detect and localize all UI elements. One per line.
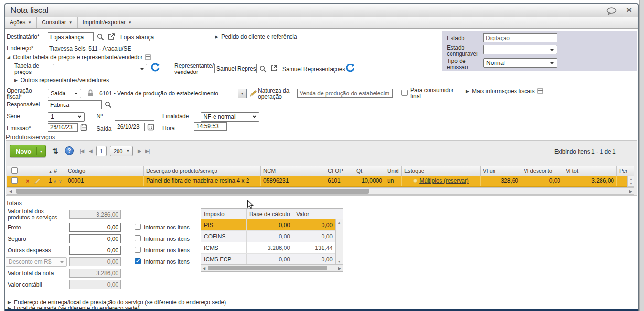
delete-row-icon[interactable]: ×	[26, 178, 30, 184]
estado-input[interactable]: Digitação	[483, 33, 557, 42]
scroll-left-icon[interactable]: ◀	[203, 266, 205, 270]
impostos-vertical-scrollbar[interactable]: ▲ ▼	[335, 219, 343, 265]
scroll-left-icon[interactable]: ◀	[9, 189, 12, 194]
consumidor-final-checkbox[interactable]	[401, 90, 408, 96]
serie-select[interactable]: 1	[48, 112, 85, 122]
col-cfop[interactable]: CFOP	[325, 166, 354, 176]
scrollbar-thumb[interactable]	[16, 189, 369, 194]
scroll-down-icon[interactable]: ▼	[628, 182, 634, 185]
saida-input[interactable]: 26/10/23	[115, 123, 145, 131]
representante-input[interactable]: Samuel Represe	[214, 64, 257, 73]
hora-label: Hora	[162, 125, 175, 132]
refresh-grid-icon[interactable]: ⇅	[52, 147, 58, 156]
pagination-next[interactable]: ▶	[138, 148, 141, 154]
col-vl-un[interactable]: Vl un	[481, 166, 521, 176]
scroll-right-icon[interactable]: ▶	[629, 189, 632, 194]
imposto-row-cofins[interactable]: COFINS 0,00 0,00	[201, 231, 343, 242]
tabela-precos-select[interactable]	[53, 64, 147, 73]
search-icon[interactable]	[97, 33, 104, 41]
pagination-prev[interactable]: ◀	[89, 148, 92, 154]
col-pedido[interactable]: Pedi	[617, 166, 627, 176]
external-link-icon[interactable]	[107, 33, 115, 41]
numero-input[interactable]	[115, 112, 154, 121]
dropdown-button[interactable]: ▼	[238, 89, 246, 98]
produto-table-row[interactable]: × 1 ∧ ∨ 00001 Painel de fibra de madeira…	[7, 176, 634, 187]
col-descricao[interactable]: Descrição do produto/serviço	[144, 166, 261, 176]
natureza-input[interactable]: Venda de produção do estabelecim	[297, 89, 393, 98]
responsavel-input[interactable]: Fábrica	[48, 100, 102, 109]
ocultar-tabela-collapsible[interactable]: ◢ Ocultar tabela de preços e representan…	[7, 54, 151, 61]
imposto-row-icms-fcp[interactable]: ICMS FCP 0,00 0,00	[201, 254, 343, 265]
multiplos-reservar-link[interactable]: Múltiplos (reservar)	[419, 177, 469, 184]
grid-horizontal-scrollbar[interactable]: ◀ ▶	[7, 187, 634, 195]
representante-link[interactable]: Samuel Representações	[282, 66, 345, 73]
pagination-last[interactable]: ▶|	[145, 148, 149, 154]
close-icon[interactable]: ×	[626, 5, 632, 15]
edit-pencil-icon[interactable]	[250, 90, 257, 97]
outros-representantes-collapsible[interactable]: ▶ Outros representantes/vendedores	[14, 77, 109, 83]
impostos-horizontal-scrollbar[interactable]: ◀ ▶	[201, 264, 343, 271]
calendar-icon[interactable]	[147, 123, 154, 131]
tipo-emissao-select[interactable]: Normal	[483, 58, 557, 68]
scroll-right-icon[interactable]: ▶	[338, 266, 341, 270]
select-all-checkbox[interactable]	[11, 167, 18, 174]
scrollbar-thumb[interactable]	[208, 266, 327, 270]
page-size-select[interactable]: 200 ▼	[110, 146, 133, 156]
scroll-down-icon[interactable]: ▼	[336, 260, 343, 263]
desconto-informar-checkbox[interactable]: ✓	[135, 258, 141, 264]
seguro-input[interactable]: 0,00	[69, 234, 121, 243]
page-number-box[interactable]: 1	[96, 146, 107, 156]
chat-bubble-icon[interactable]	[606, 7, 617, 15]
frete-informar-checkbox[interactable]	[135, 224, 141, 230]
browser-scroll-strip[interactable]	[639, 0, 644, 311]
emissao-input[interactable]: 26/10/23	[48, 123, 78, 132]
mais-informacoes-collapsible[interactable]: ▶ Mais informações fiscais	[466, 88, 543, 94]
finalidade-select[interactable]: NF-e normal	[201, 112, 259, 122]
hora-input[interactable]: 14:59:53	[194, 122, 227, 131]
destinatario-link[interactable]: Lojas aliança	[120, 34, 154, 41]
grid-vertical-scrollbar[interactable]: ▲ ▼	[627, 176, 634, 187]
menu-acoes[interactable]: Ações▼	[5, 17, 37, 28]
scroll-up-icon[interactable]: ▲	[628, 177, 634, 181]
imposto-row-pis[interactable]: PIS 0,00 0,00	[201, 219, 343, 231]
row-qt: 10,0000	[354, 176, 385, 186]
operacao-tipo-select[interactable]: Saída	[48, 89, 81, 98]
operacao-fiscal-combo[interactable]: 6101 - Venda de produção do estabelecime…	[97, 89, 247, 98]
col-qt[interactable]: Qt	[354, 166, 385, 176]
frete-input[interactable]: 0,00	[69, 223, 121, 232]
desconto-tipo-select[interactable]: Desconto em R$	[6, 257, 67, 267]
refresh-icon[interactable]	[346, 64, 354, 73]
chevron-down-icon	[140, 66, 144, 70]
imposto-row-icms[interactable]: ICMS 3.286,00 131,44	[201, 242, 343, 254]
col-vl-tot[interactable]: Vl tot	[563, 166, 617, 176]
outras-informar-checkbox[interactable]	[135, 247, 141, 253]
col-codigo[interactable]: Código	[65, 166, 144, 176]
reorder-icons[interactable]: ∧ ∨	[54, 179, 63, 184]
form-sheet-icon[interactable]	[537, 88, 543, 94]
search-icon[interactable]	[105, 101, 112, 108]
col-ncm[interactable]: NCM	[261, 166, 325, 176]
scroll-up-icon[interactable]: ▲	[336, 221, 343, 224]
menu-consultar[interactable]: Consultar▼	[37, 17, 77, 28]
external-link-icon[interactable]	[270, 64, 278, 72]
outras-despesas-input[interactable]: 0,00	[69, 246, 121, 255]
calendar-icon[interactable]	[80, 124, 87, 131]
col-num[interactable]: ▲#	[46, 166, 65, 176]
col-unid[interactable]: Unid	[385, 166, 402, 176]
estado-configuravel-select[interactable]	[483, 45, 557, 54]
col-estoque[interactable]: Estoque	[402, 166, 481, 176]
col-vl-desconto[interactable]: Vl desconto	[521, 166, 563, 176]
form-sheet-icon[interactable]	[145, 54, 151, 60]
novo-button[interactable]: Novo ▼	[10, 145, 46, 157]
row-checkbox[interactable]	[11, 177, 18, 184]
seguro-informar-checkbox[interactable]	[135, 235, 141, 241]
desconto-input[interactable]: 0,00	[69, 257, 121, 266]
destinatario-input[interactable]: Lojas aliança	[48, 32, 94, 41]
edit-row-pencil-icon[interactable]	[34, 178, 41, 184]
refresh-icon[interactable]	[151, 63, 160, 72]
pagination-first[interactable]: |◀	[80, 148, 84, 154]
help-icon[interactable]: ?	[65, 146, 74, 155]
search-icon[interactable]	[259, 65, 267, 73]
menu-imprimir-exportar[interactable]: Imprimir/exportar▼	[78, 17, 138, 28]
pedido-cliente-collapsible[interactable]: ▶ Pedido do cliente e referência	[215, 33, 297, 40]
